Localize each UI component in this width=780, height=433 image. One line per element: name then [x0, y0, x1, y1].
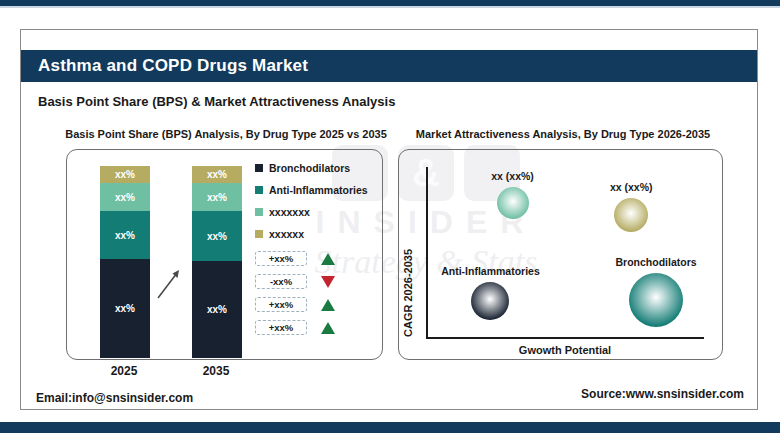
footer-email: Email:info@snsinsider.com [36, 391, 193, 405]
triangle-up-icon [321, 322, 335, 334]
bottom-accent-bar [0, 422, 780, 433]
legend-item: Anti-Inflammatories [255, 184, 368, 196]
content-frame: & INSIDER Strategy & Stats Asthma and CO… [20, 29, 758, 410]
bubble-label: Anti-Inflammatories [420, 265, 560, 277]
triangle-up-icon [321, 299, 335, 311]
legend-swatch [255, 208, 263, 216]
bar-segment: xx% [100, 211, 150, 259]
stacked-bar: xx%xx%xx%xx% [100, 166, 150, 358]
legend-label: Bronchodilators [269, 162, 350, 174]
bar-segment: xx% [192, 183, 242, 211]
legend-swatch [255, 230, 263, 238]
x-axis-label: Gwowth Potential [426, 344, 704, 356]
triangle-down-icon [321, 276, 335, 288]
change-value-box: +xx% [255, 320, 307, 335]
change-indicator: -xx% [255, 274, 335, 289]
change-indicators: +xx%-xx%+xx%+xx% [255, 251, 335, 335]
infographic-canvas: & INSIDER Strategy & Stats Asthma and CO… [0, 0, 780, 433]
legend-item: Bronchodilators [255, 162, 368, 174]
attractiveness-chart-title: Market Attractiveness Analysis, By Drug … [398, 128, 728, 140]
bar-segment: xx% [100, 183, 150, 211]
top-accent-bar [0, 0, 780, 8]
x-axis-line [426, 337, 704, 339]
title-banner: Asthma and COPD Drugs Market [21, 50, 757, 82]
legend-item: xxxxxx [255, 228, 368, 240]
page-title: Asthma and COPD Drugs Market [21, 56, 308, 76]
change-value-box: -xx% [255, 274, 307, 289]
bps-chart-panel: xx%xx%xx%xx% xx%xx%xx%xx% Bronchodilator… [66, 149, 383, 360]
bar-segment: xx% [100, 259, 150, 358]
bubble [614, 198, 648, 232]
change-value-box: +xx% [255, 297, 307, 312]
legend-label: xxxxxx [269, 228, 304, 240]
change-indicator: +xx% [255, 251, 335, 266]
bubble-label: xx (xx%) [561, 181, 701, 193]
attractiveness-chart-panel: CAGR 2026-2035 xx (xx%)xx (xx%)Anti-Infl… [398, 149, 723, 360]
category-label-2035: 2035 [191, 364, 241, 378]
bubble [497, 187, 529, 219]
stacked-bar: xx%xx%xx%xx% [192, 166, 242, 358]
bps-legend: BronchodilatorsAnti-Inflammatoriesxxxxxx… [255, 162, 368, 240]
legend-swatch [255, 186, 263, 194]
legend-swatch [255, 164, 263, 172]
bar-segment: xx% [192, 261, 242, 358]
legend-item: xxxxxxx [255, 206, 368, 218]
bps-chart-title: Basis Point Share (BPS) Analysis, By Dru… [61, 128, 391, 140]
page-subtitle: Basis Point Share (BPS) & Market Attract… [38, 94, 395, 109]
growth-arrow-icon [153, 264, 187, 304]
bar-segment: xx% [192, 211, 242, 261]
bubble-label: Bronchodilators [586, 256, 726, 268]
change-indicator: +xx% [255, 297, 335, 312]
legend-label: xxxxxxx [269, 206, 310, 218]
change-value-box: +xx% [255, 251, 307, 266]
footer-source: Source:www.snsinsider.com [581, 387, 744, 401]
bubble [471, 282, 509, 320]
category-label-2025: 2025 [99, 364, 149, 378]
legend-label: Anti-Inflammatories [269, 184, 368, 196]
bar-segment: xx% [192, 166, 242, 183]
change-indicator: +xx% [255, 320, 335, 335]
y-axis-label: CAGR 2026-2035 [402, 167, 414, 337]
bubble [629, 273, 683, 327]
triangle-up-icon [321, 253, 335, 265]
bubble-plot: xx (xx%)xx (xx%)Anti-InflammatoriesBronc… [427, 167, 703, 337]
bar-segment: xx% [100, 166, 150, 183]
